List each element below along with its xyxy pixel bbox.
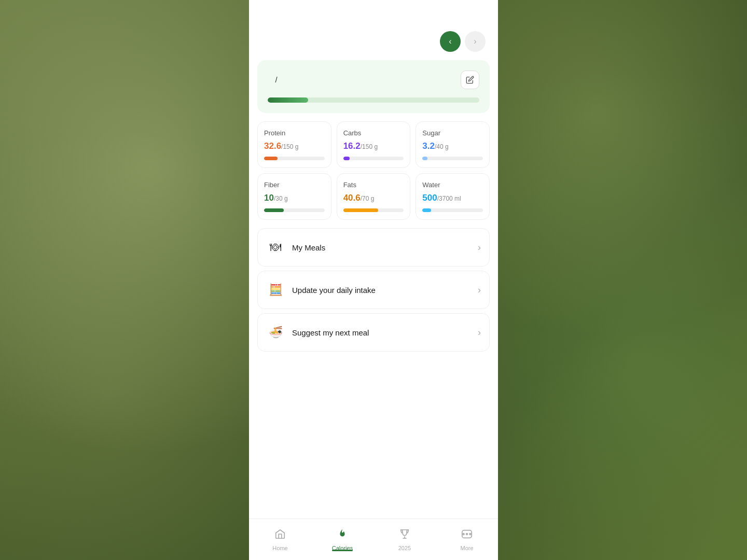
nutrient-progress — [422, 208, 483, 212]
nutrient-name: Sugar — [422, 129, 483, 137]
more-nav-label: More — [460, 545, 473, 551]
update-intake-icon: 🧮 — [266, 281, 285, 299]
nutrient-goal: /30 g — [274, 195, 288, 202]
nutrients-grid: Protein 32.6/150 g Carbs 16.2/150 g Suga… — [257, 121, 490, 220]
nutrient-current: 40.6 — [343, 193, 361, 203]
calories-header: / — [268, 71, 479, 89]
menu-item-suggest-meal[interactable]: 🍜 Suggest my next meal › — [257, 313, 490, 352]
nutrient-card-water: Water 500/3700 ml — [416, 173, 490, 220]
nutrient-progress — [422, 157, 483, 160]
update-intake-label: Update your daily intake — [292, 286, 376, 295]
nutrient-name: Water — [422, 181, 483, 189]
date-nav: ‹ › — [249, 25, 498, 60]
nutrient-fill — [264, 157, 278, 160]
nutrient-current: 32.6 — [264, 141, 281, 151]
chevron-right-icon: › — [478, 327, 481, 338]
menu-item-my-meals[interactable]: 🍽 My Meals › — [257, 228, 490, 267]
my-meals-icon: 🍽 — [266, 238, 285, 257]
svg-point-0 — [463, 533, 464, 535]
prev-day-button[interactable]: ‹ — [440, 31, 461, 52]
calories-info: / — [268, 75, 281, 85]
nutrient-name: Fiber — [264, 181, 325, 189]
nav-buttons: ‹ › — [440, 31, 486, 52]
header — [249, 0, 498, 25]
edit-calories-button[interactable] — [461, 71, 479, 89]
nutrient-name: Fats — [343, 181, 404, 189]
next-day-button[interactable]: › — [465, 31, 486, 52]
nutrient-fill — [264, 208, 284, 212]
nutrient-goal: /3700 ml — [437, 195, 461, 202]
edit-icon — [466, 76, 474, 84]
nutrient-card-carbs: Carbs 16.2/150 g — [337, 121, 411, 168]
my-meals-label: My Meals — [292, 243, 325, 252]
nutrient-current: 500 — [422, 193, 437, 203]
home-nav-label: Home — [272, 545, 287, 551]
2025-nav-label: 2025 — [398, 545, 411, 551]
chevron-right-icon: › — [478, 285, 481, 296]
calories-progress-bar — [268, 97, 479, 103]
nav-item-calories[interactable]: Calories — [311, 528, 374, 551]
nav-item-more[interactable]: More — [436, 528, 498, 551]
nutrient-fill — [343, 208, 379, 212]
nutrient-name: Protein — [264, 129, 325, 137]
nutrient-progress — [343, 208, 404, 212]
2025-nav-icon — [399, 528, 410, 543]
svg-point-1 — [466, 533, 468, 535]
chevron-right-icon: › — [478, 242, 481, 253]
bottom-nav: Home Calories 2025 More — [249, 519, 498, 560]
svg-rect-3 — [462, 530, 472, 538]
svg-point-2 — [469, 533, 471, 535]
nutrient-fill — [422, 208, 431, 212]
nutrient-goal: /150 g — [361, 143, 378, 150]
nutrient-goal: /150 g — [281, 143, 298, 150]
nutrient-goal: /70 g — [361, 195, 375, 202]
menu-section: 🍽 My Meals › 🧮 Update your daily intake … — [257, 228, 490, 352]
nutrient-name: Carbs — [343, 129, 404, 137]
nutrient-fill — [343, 157, 350, 160]
nutrient-card-fats: Fats 40.6/70 g — [337, 173, 411, 220]
nav-item-home[interactable]: Home — [249, 528, 311, 551]
nutrient-fill — [422, 157, 427, 160]
nutrient-current: 10 — [264, 193, 274, 203]
nutrient-card-sugar: Sugar 3.2/40 g — [416, 121, 490, 168]
menu-item-update-intake[interactable]: 🧮 Update your daily intake › — [257, 271, 490, 309]
nav-item-2025[interactable]: 2025 — [374, 528, 436, 551]
app-panel: ‹ › / — [249, 0, 498, 560]
nutrient-progress — [343, 157, 404, 160]
nutrient-card-protein: Protein 32.6/150 g — [257, 121, 331, 168]
nutrient-goal: /40 g — [435, 143, 449, 150]
nutrient-progress — [264, 208, 325, 212]
active-indicator — [332, 550, 353, 551]
home-nav-icon — [274, 528, 286, 543]
app-content: ‹ › / — [249, 0, 498, 560]
nutrient-card-fiber: Fiber 10/30 g — [257, 173, 331, 220]
nutrient-current: 16.2 — [343, 141, 361, 151]
calories-separator: / — [273, 75, 280, 84]
calories-nav-icon — [337, 528, 348, 543]
nutrient-progress — [264, 157, 325, 160]
suggest-meal-label: Suggest my next meal — [292, 328, 369, 337]
calories-progress-fill — [268, 97, 308, 103]
nutrient-current: 3.2 — [422, 141, 435, 151]
more-nav-icon — [461, 528, 473, 543]
calories-card: / — [257, 60, 490, 113]
suggest-meal-icon: 🍜 — [266, 323, 285, 342]
